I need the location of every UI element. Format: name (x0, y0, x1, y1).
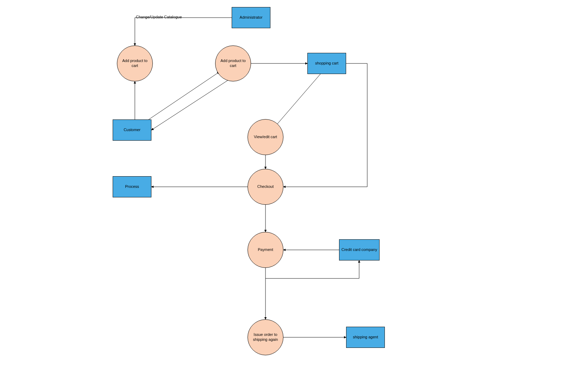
node-label: shopping cart (315, 61, 338, 66)
node-add-product-1[interactable]: Add product to cart (117, 45, 153, 81)
node-label: Payment (258, 247, 273, 252)
node-checkout[interactable]: Checkout (248, 169, 283, 205)
node-customer[interactable]: Customer (113, 119, 151, 141)
node-issue-order[interactable]: Issue order to shipping again (248, 319, 283, 355)
node-label: Add product to cart (218, 59, 248, 68)
diagram-edges (0, 0, 588, 387)
node-add-product-2[interactable]: Add product to cart (215, 45, 251, 81)
node-label: Checkout (257, 184, 274, 189)
node-shopping-cart[interactable]: shopping cart (307, 53, 346, 74)
node-label: Customer (124, 128, 140, 133)
node-process[interactable]: Process (113, 176, 151, 197)
node-label: shipping agent (353, 335, 378, 340)
node-label: Process (125, 184, 139, 189)
edge-label-change-catalogue: Change/Update Catalogue (136, 15, 182, 19)
node-shipping-agent[interactable]: shipping agent (346, 327, 385, 348)
diagram-canvas: Change/Update Catalogue Administrator Cu… (0, 0, 588, 387)
node-label: Administrator (240, 15, 263, 20)
node-view-edit-cart[interactable]: View/edit cart (248, 119, 283, 155)
node-credit-card-company[interactable]: Credit card company (339, 239, 380, 260)
node-label: Add product to cart (120, 59, 150, 68)
node-label: View/edit cart (254, 135, 277, 140)
node-label: Credit card company (342, 247, 377, 252)
node-payment[interactable]: Payment (248, 232, 283, 268)
node-label: Issue order to shipping again (251, 332, 280, 342)
node-administrator[interactable]: Administrator (232, 7, 270, 28)
